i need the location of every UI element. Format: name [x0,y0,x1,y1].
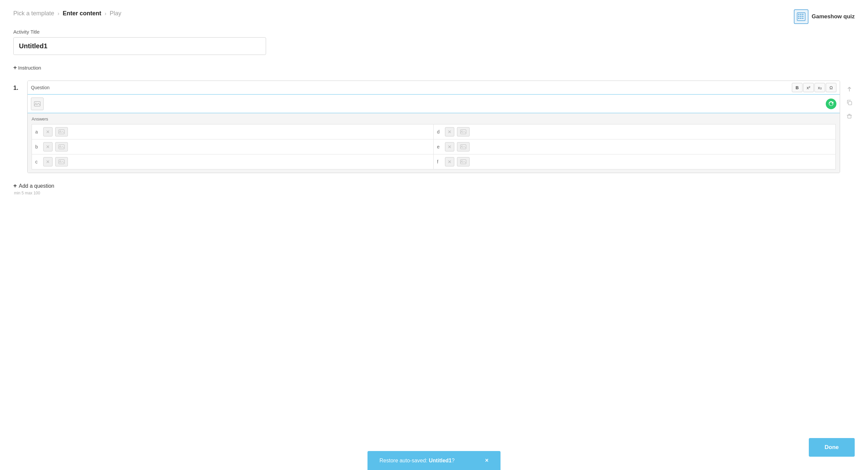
autosave-toast-close-button[interactable]: × [485,457,489,464]
question-image-button[interactable] [31,97,43,110]
superscript-button[interactable]: x² [803,83,814,92]
question-label: Question [31,85,50,90]
move-up-button[interactable] [844,84,855,94]
instruction-row[interactable]: + Instruction [13,64,41,71]
answers-section: Answers a ✕ [28,113,840,173]
copy-button[interactable] [844,97,855,108]
answer-d-x-button[interactable]: ✕ [445,127,454,137]
svg-point-23 [462,161,463,162]
autosave-toast: Restore auto-saved: Untitled1? × [368,451,500,470]
answer-d-image-button[interactable] [457,127,470,137]
add-question-section: + Add a question min 5 max 100 [13,182,855,196]
svg-rect-24 [848,101,852,105]
add-question-button[interactable]: + Add a question [13,182,855,189]
instruction-label: Instruction [18,65,41,70]
svg-rect-2 [800,13,802,15]
omega-button[interactable]: Ω [826,83,836,92]
breadcrumb: Pick a template › Enter content › Play [13,10,855,17]
brand-label: Gameshow quiz [812,13,855,20]
answer-f-input[interactable] [472,159,832,165]
answer-e-input[interactable] [472,144,832,149]
answers-grid: a ✕ d ✕ [32,124,836,170]
answer-a-x-button[interactable]: ✕ [43,127,53,137]
refresh-button[interactable] [826,98,836,109]
svg-rect-25 [848,115,851,118]
answer-letter-d: d [437,129,442,135]
question-toolbar: Question B x² x₂ Ω [28,81,840,94]
answer-letter-c: c [35,159,40,165]
svg-rect-18 [461,145,466,149]
svg-point-13 [60,131,61,132]
answer-b-x-button[interactable]: ✕ [43,142,53,151]
svg-point-19 [462,146,463,147]
activity-title-label: Activity Title [13,29,855,35]
question-1-card: Question B x² x₂ Ω [27,81,840,173]
svg-rect-5 [800,16,802,17]
activity-title-input[interactable] [13,37,266,55]
answer-b-input[interactable] [70,144,430,149]
answer-row-b: b ✕ [32,140,434,154]
svg-point-17 [60,146,61,147]
svg-point-21 [60,161,61,162]
autosave-title: Untitled1 [429,458,452,463]
brand-icon [794,9,808,24]
answer-d-input[interactable] [472,129,832,135]
chevron-icon-2: › [104,11,106,17]
brand-area: Gameshow quiz [794,9,855,24]
svg-rect-14 [461,130,466,134]
answer-f-image-button[interactable] [457,157,470,167]
answer-c-image-button[interactable] [55,157,68,167]
svg-rect-6 [802,16,804,17]
svg-rect-16 [59,145,64,149]
question-input-row [28,94,840,113]
svg-rect-12 [59,130,64,134]
svg-rect-7 [798,18,800,19]
answer-f-x-button[interactable]: ✕ [445,157,454,167]
answer-letter-f: f [437,159,442,165]
instruction-plus-icon: + [13,64,17,71]
answer-row-d: d ✕ [434,124,835,140]
svg-rect-1 [798,13,800,15]
activity-title-section: Activity Title [13,29,855,55]
svg-rect-8 [800,18,802,19]
svg-rect-20 [59,160,64,164]
svg-rect-3 [802,13,804,15]
answer-e-x-button[interactable]: ✕ [445,142,454,151]
answer-b-image-button[interactable] [55,142,68,151]
add-question-plus-icon: + [13,182,17,189]
answer-c-x-button[interactable]: ✕ [43,157,53,167]
autosave-prefix: Restore auto-saved: [379,458,429,463]
question-1-number: 1. [13,81,23,91]
add-question-hint: min 5 max 100 [14,191,855,196]
delete-button[interactable] [844,111,855,121]
add-question-label: Add a question [19,183,55,189]
answer-a-input[interactable] [70,129,430,135]
breadcrumb-play[interactable]: Play [110,10,121,17]
question-text-input[interactable] [46,101,823,107]
answer-e-image-button[interactable] [457,142,470,151]
svg-point-11 [36,102,37,104]
bold-button[interactable]: B [792,83,803,92]
answer-letter-e: e [437,144,442,149]
answers-label: Answers [32,117,836,121]
answer-c-input[interactable] [70,159,430,165]
answer-row-e: e ✕ [434,140,835,154]
done-button[interactable]: Done [809,438,855,457]
breadcrumb-enter-content[interactable]: Enter content [63,10,101,17]
svg-rect-4 [798,16,800,17]
format-buttons: B x² x₂ Ω [792,83,836,92]
answer-letter-a: a [35,129,40,135]
chevron-icon-1: › [58,11,59,17]
answer-row-c: c ✕ [32,154,434,169]
autosave-suffix: ? [452,458,455,463]
breadcrumb-pick-template[interactable]: Pick a template [13,10,54,17]
svg-rect-9 [802,18,804,19]
subscript-button[interactable]: x₂ [814,83,825,92]
answer-row-f: f ✕ [434,154,835,169]
answer-a-image-button[interactable] [55,127,68,137]
svg-rect-10 [34,101,40,106]
answer-row-a: a ✕ [32,124,434,140]
page-wrapper: Gameshow quiz Pick a template › Enter co… [0,0,868,470]
question-1-outer: 1. Question B x² x₂ Ω [13,81,855,173]
side-actions [844,81,855,121]
